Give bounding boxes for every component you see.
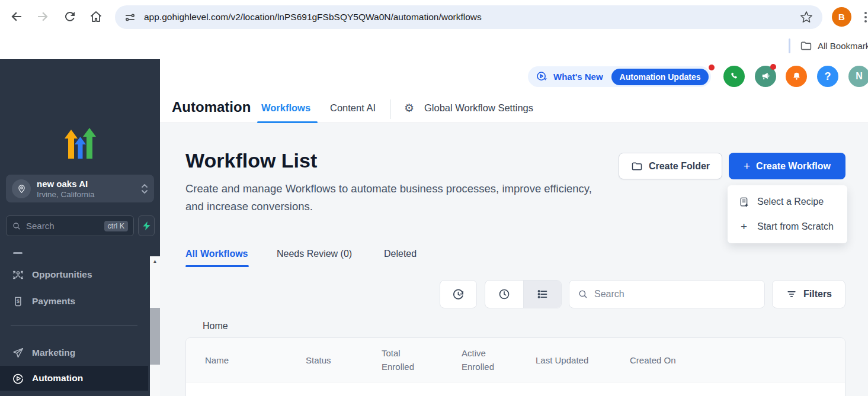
whats-new-icon (536, 70, 548, 83)
sidebar-item-label: Opportunities (32, 269, 92, 280)
column-header-last-updated[interactable]: Last Updated (536, 355, 630, 365)
clock-icon (498, 288, 511, 301)
column-header-active-enrolled[interactable]: Active Enrolled (462, 346, 536, 374)
search-icon (578, 289, 588, 300)
folder-icon (800, 40, 812, 52)
location-name: new oaks AI (37, 179, 141, 189)
chevron-updown-icon (141, 183, 148, 195)
menu-item-label: Select a Recipe (757, 197, 824, 207)
workflow-search[interactable] (569, 280, 765, 308)
url-text: app.gohighlevel.com/v2/location/lnPS691g… (144, 12, 800, 22)
browser-toolbar: app.gohighlevel.com/v2/location/lnPS691g… (0, 0, 868, 33)
sidebar-search[interactable]: ctrl K (6, 215, 134, 236)
notifications-button[interactable] (786, 66, 807, 87)
filter-lines-icon (786, 288, 797, 300)
bookmarks-bar: All Bookmarks (0, 33, 868, 59)
menu-item-select-recipe[interactable]: Select a Recipe (728, 189, 847, 214)
all-bookmarks-button[interactable]: All Bookmarks (800, 40, 868, 52)
sidebar-scrollbar[interactable]: ▲ ▼ (150, 256, 160, 396)
tab-workflows[interactable]: Workflows (261, 102, 310, 114)
create-workflow-label: Create Workflow (756, 161, 831, 172)
opportunities-icon (12, 269, 24, 281)
tab-deleted[interactable]: Deleted (384, 249, 417, 259)
automation-updates-badge[interactable]: Automation Updates (611, 69, 709, 85)
active-list-tab-underline (185, 265, 249, 267)
header-divider (390, 99, 390, 119)
whats-new-pill[interactable]: What's New Automation Updates (528, 66, 711, 87)
breadcrumb-home[interactable]: Home (203, 321, 228, 331)
paper-plane-icon (12, 347, 24, 359)
sidebar-item-payments[interactable]: $ Payments (0, 291, 148, 311)
browser-menu-icon[interactable] (864, 10, 867, 24)
refresh-icon[interactable] (63, 9, 77, 24)
workflows-table: Name Status Total Enrolled Active Enroll… (185, 337, 845, 396)
back-icon[interactable] (9, 9, 24, 24)
global-workflow-settings-link[interactable]: Global Workflow Settings (424, 102, 533, 114)
home-icon[interactable] (89, 9, 103, 24)
sidebar-item-marketing[interactable]: Marketing (0, 343, 148, 363)
browser-profile-avatar[interactable]: B (832, 7, 851, 27)
menu-item-label: Start from Scratch (757, 221, 834, 232)
sidebar-item-opportunities[interactable]: Opportunities (0, 265, 148, 285)
create-folder-button[interactable]: Create Folder (619, 153, 722, 179)
plus-icon: + (744, 160, 750, 173)
app-header: What's New Automation Updates ? N Automa… (160, 59, 868, 123)
menu-item-start-from-scratch[interactable]: + Start from Scratch (728, 214, 847, 239)
location-info: new oaks AI Irvine, California (37, 179, 141, 199)
announcements-notification-dot (770, 64, 776, 70)
updates-notification-dot (709, 65, 715, 70)
list-icon (536, 288, 549, 301)
table-header-row: Name Status Total Enrolled Active Enroll… (186, 338, 845, 382)
payments-icon: $ (12, 295, 24, 308)
forward-icon[interactable] (36, 9, 50, 24)
scroll-up-icon[interactable]: ▲ (150, 256, 160, 266)
sidebar-search-input[interactable] (26, 221, 104, 231)
quick-actions-button[interactable] (138, 215, 155, 236)
megaphone-icon (760, 71, 771, 82)
view-toggle (485, 280, 562, 308)
sidebar-item-automation[interactable]: Automation (0, 366, 148, 391)
tab-content-ai[interactable]: Content AI (330, 102, 376, 114)
search-shortcut-badge: ctrl K (104, 221, 128, 231)
address-bar[interactable]: app.gohighlevel.com/v2/location/lnPS691g… (115, 5, 822, 29)
location-city: Irvine, California (37, 190, 141, 199)
filters-button[interactable]: Filters (772, 280, 845, 308)
search-icon (12, 221, 21, 231)
column-header-created-on[interactable]: Created On (630, 355, 845, 365)
sidebar: new oaks AI Irvine, California ctrl K Op… (0, 59, 160, 396)
execution-logs-button[interactable] (440, 280, 477, 308)
plus-icon: + (738, 220, 750, 233)
help-button[interactable]: ? (817, 66, 838, 87)
user-avatar-initial: N (856, 71, 863, 82)
tab-all-workflows[interactable]: All Workflows (185, 249, 248, 259)
list-view-toggle[interactable] (523, 281, 561, 308)
create-folder-label: Create Folder (649, 161, 710, 172)
location-switcher[interactable]: new oaks AI Irvine, California (6, 175, 154, 202)
user-avatar[interactable]: N (848, 66, 868, 87)
history-clock-icon (451, 288, 465, 301)
filters-label: Filters (803, 289, 832, 300)
whats-new-label: What's New (553, 72, 603, 82)
column-header-name[interactable]: Name (186, 355, 306, 365)
phone-button[interactable] (723, 66, 745, 87)
tab-needs-review[interactable]: Needs Review (0) (277, 249, 352, 259)
partial-menu-item (13, 252, 23, 254)
sidebar-divider (11, 325, 137, 326)
bookmarks-separator (789, 38, 790, 53)
sidebar-item-label: Marketing (32, 347, 75, 358)
site-settings-icon[interactable] (124, 12, 136, 23)
bookmark-star-icon[interactable] (800, 11, 813, 24)
column-header-total-enrolled[interactable]: Total Enrolled (382, 346, 462, 374)
scrollbar-thumb[interactable] (150, 308, 160, 365)
create-workflow-button[interactable]: + Create Workflow (729, 153, 845, 179)
recipe-document-icon (738, 197, 750, 208)
time-view-toggle[interactable] (485, 281, 523, 308)
folder-icon (631, 160, 643, 172)
automation-play-icon (12, 372, 24, 385)
sidebar-item-label: Payments (32, 296, 75, 307)
svg-text:$: $ (17, 298, 20, 304)
column-header-status[interactable]: Status (306, 355, 382, 365)
gohighlevel-logo-icon (62, 128, 98, 161)
workflow-search-input[interactable] (594, 289, 756, 300)
workflow-list-subtitle: Create and manage Workflows to automate … (185, 180, 606, 215)
